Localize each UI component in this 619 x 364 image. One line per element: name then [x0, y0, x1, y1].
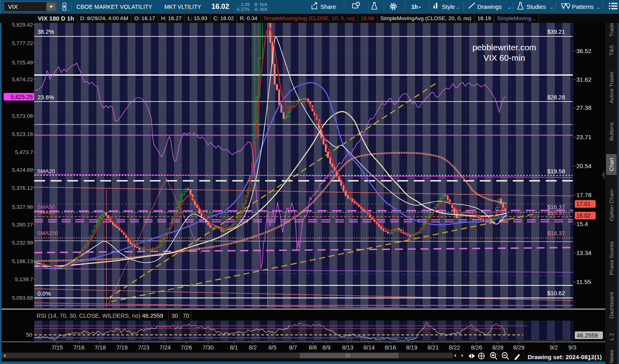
svg-text:5,573.06: 5,573.06	[12, 113, 33, 119]
svg-text:27.38: 27.38	[576, 104, 592, 111]
svg-text:50: 50	[26, 332, 32, 338]
svg-text:Style: Style	[442, 4, 455, 10]
svg-text:L 2: L 2	[609, 333, 615, 340]
svg-text:46.2559: 46.2559	[142, 313, 163, 319]
svg-text:7/18: 7/18	[95, 344, 106, 351]
svg-text:5,725.49: 5,725.49	[12, 60, 33, 66]
svg-text:16.02: 16.02	[576, 212, 590, 219]
svg-text:30: 30	[171, 313, 178, 319]
svg-text:7/16: 7/16	[73, 344, 85, 351]
svg-text:Drawings: Drawings	[477, 4, 501, 10]
svg-text:5,139.7: 5,139.7	[15, 276, 33, 282]
svg-text:17.01: 17.01	[576, 201, 590, 207]
svg-text:23.71: 23.71	[576, 134, 592, 140]
svg-text:9/2: 9/2	[550, 344, 558, 351]
svg-text:$10.62: $10.62	[547, 290, 565, 296]
svg-text:8/28: 8/28	[492, 344, 503, 351]
svg-text:Buttons: Buttons	[609, 122, 615, 141]
svg-text:Option Chain: Option Chain	[609, 189, 615, 221]
svg-text:8/2: 8/2	[249, 344, 257, 351]
svg-text:Phase Scores: Phase Scores	[609, 241, 615, 275]
svg-text:8/14: 8/14	[363, 344, 375, 351]
svg-text:RSI (14, 70, 30, CLOSE, WILDER: RSI (14, 70, 30, CLOSE, WILDERS, no)	[37, 313, 140, 319]
svg-text:1h: 1h	[411, 4, 418, 10]
svg-text:8/5: 8/5	[268, 344, 276, 351]
svg-text:Chart: Chart	[609, 158, 615, 171]
svg-text:$19.58: $19.58	[547, 168, 565, 175]
svg-text:31.62: 31.62	[576, 76, 592, 83]
svg-text:23.6%: 23.6%	[37, 94, 54, 101]
svg-text:8/1: 8/1	[230, 344, 238, 351]
svg-text:8/8: 8/8	[309, 344, 317, 351]
svg-text:5,232.99: 5,232.99	[12, 240, 33, 246]
svg-text:46.2559: 46.2559	[577, 332, 598, 339]
svg-text:17.78: 17.78	[576, 191, 592, 198]
svg-text:8/22: 8/22	[449, 344, 460, 351]
svg-text:i: i	[357, 2, 358, 6]
svg-text:Dashboard: Dashboard	[609, 292, 615, 319]
svg-text:38.2%: 38.2%	[37, 29, 54, 35]
svg-text:Share: Share	[320, 4, 336, 10]
svg-text:Drawing set: 2024-0812(1): Drawing set: 2024-0812(1)	[528, 354, 602, 360]
svg-text:$28.28: $28.28	[547, 94, 565, 101]
svg-text:5,186.13: 5,186.13	[12, 258, 33, 264]
svg-text:70: 70	[183, 313, 189, 319]
svg-text:5,327.98: 5,327.98	[12, 204, 33, 210]
svg-text:T&S: T&S	[609, 45, 615, 56]
svg-text:SMA20: SMA20	[37, 168, 55, 174]
svg-text:SMA200: SMA200	[37, 230, 58, 236]
svg-text:13.34: 13.34	[576, 249, 592, 256]
svg-text:pebblewriter.com: pebblewriter.com	[473, 43, 536, 52]
svg-text:5,625.25: 5,625.25	[11, 94, 33, 100]
svg-text:8/16: 8/16	[385, 344, 396, 351]
svg-text:8/9: 8/9	[322, 344, 330, 351]
svg-text:5,523.16: 5,523.16	[12, 131, 33, 137]
svg-text:7/30: 7/30	[202, 344, 214, 351]
svg-text:7/24: 7/24	[159, 344, 171, 351]
svg-text:SMA10: SMA10	[37, 209, 55, 215]
svg-text:Active Trader: Active Trader	[609, 71, 615, 103]
svg-text:Trade: Trade	[609, 23, 615, 37]
svg-text:8/26: 8/26	[471, 344, 482, 351]
svg-text:5,093.68: 5,093.68	[12, 295, 33, 301]
svg-text:8/19: 8/19	[406, 344, 417, 351]
svg-text:Patterns: Patterns	[572, 4, 594, 10]
svg-text:5,376.12: 5,376.12	[12, 185, 33, 191]
svg-text:VIX 60-min: VIX 60-min	[483, 53, 525, 62]
svg-text:5,424.69: 5,424.69	[12, 167, 33, 173]
svg-text:5,473.7: 5,473.7	[15, 149, 33, 155]
svg-text:$39.21: $39.21	[547, 29, 565, 35]
svg-text:7/15: 7/15	[52, 344, 63, 351]
svg-text:36.52: 36.52	[576, 47, 592, 54]
svg-text:8/7: 8/7	[289, 344, 297, 351]
svg-text:5,674.22: 5,674.22	[12, 76, 33, 82]
svg-text:5,777.22: 5,777.22	[12, 40, 33, 46]
svg-text:News: News	[609, 350, 615, 363]
svg-text:7/23: 7/23	[138, 344, 149, 351]
svg-text:15.4: 15.4	[576, 220, 588, 227]
svg-text:7/26: 7/26	[181, 344, 192, 351]
svg-text:7/19: 7/19	[116, 344, 128, 351]
svg-text:9/3: 9/3	[568, 344, 576, 351]
svg-text:0.0%: 0.0%	[37, 290, 51, 297]
svg-text:11.55: 11.55	[576, 278, 591, 285]
svg-text:$14.37: $14.37	[547, 230, 565, 236]
svg-text:$15.97: $15.97	[547, 210, 565, 216]
svg-text:Studies: Studies	[526, 4, 546, 10]
svg-text:8/13: 8/13	[342, 344, 353, 351]
svg-text:8/29: 8/29	[513, 344, 524, 351]
svg-text:8/21: 8/21	[427, 344, 439, 351]
svg-text:20.54: 20.54	[576, 162, 592, 169]
svg-text:5,280.27: 5,280.27	[12, 222, 33, 228]
